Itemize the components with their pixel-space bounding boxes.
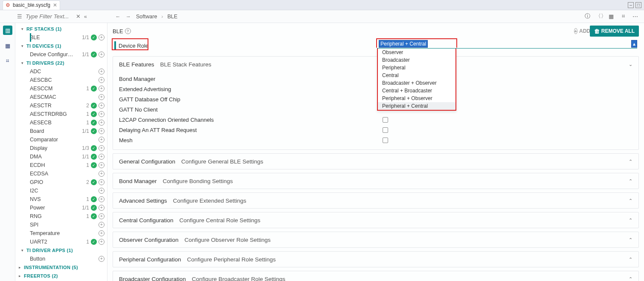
remove-all-button[interactable]: 🗑 REMOVE ALL	[590, 26, 639, 37]
add-icon[interactable]: +	[99, 86, 104, 92]
add-icon[interactable]: +	[99, 137, 104, 143]
maximize-icon[interactable]: □	[635, 2, 641, 8]
panel-header[interactable]: Peripheral Configuration Configure Perip…	[113, 252, 638, 267]
tree-category[interactable]: ▾ TI DEVICES (1)	[15, 42, 107, 50]
panel-header[interactable]: Broadcaster Configuration Configure Broa…	[113, 271, 638, 281]
tree-item[interactable]: Temperature +	[15, 229, 107, 238]
board-icon[interactable]: ▦	[607, 13, 615, 20]
tree-item[interactable]: AESCBC +	[15, 76, 107, 84]
tree-item[interactable]: Comparator +	[15, 135, 107, 144]
tree-item[interactable]: Power 1/1 ✓ +	[15, 204, 107, 212]
tree-category[interactable]: ▸ FREERTOS (2)	[15, 272, 107, 280]
panel-header[interactable]: Observer Configuration Configure Observe…	[113, 232, 638, 247]
nav-back-icon[interactable]: ←	[115, 14, 121, 20]
panel-header[interactable]: BLE Features BLE Stack Features ⌄	[113, 57, 638, 72]
checkbox[interactable]	[383, 127, 388, 133]
rail-chip-icon[interactable]: ⌗	[3, 56, 12, 66]
more-icon[interactable]: ⋯	[631, 13, 639, 20]
tree-item[interactable]: NVS 1 ✓ +	[15, 195, 107, 204]
add-icon[interactable]: +	[99, 213, 104, 219]
add-icon[interactable]: +	[99, 205, 104, 211]
tree-item[interactable]: AESCCM 1 ✓ +	[15, 84, 107, 93]
add-icon[interactable]: +	[99, 69, 104, 75]
add-icon[interactable]: +	[99, 77, 104, 83]
help-icon[interactable]: ?	[125, 28, 131, 34]
chip-icon[interactable]: ⌗	[619, 13, 627, 20]
tree-item[interactable]: AESCMAC +	[15, 93, 107, 101]
add-icon[interactable]: +	[99, 222, 104, 228]
filter-icon[interactable]: ☰	[17, 13, 22, 20]
tree-category[interactable]: ▾ TI DRIVER APPS (1)	[15, 246, 107, 255]
panel-header[interactable]: Bond Manager Configure Bonding Settings …	[113, 173, 638, 189]
checkbox[interactable]	[383, 117, 388, 123]
add-icon[interactable]: +	[99, 52, 104, 57]
add-icon[interactable]: +	[99, 145, 104, 151]
rail-layout-icon[interactable]: ▥	[3, 26, 12, 35]
tree-item[interactable]: ECDH 1 ✓ +	[15, 161, 107, 169]
tree-item[interactable]: GPIO 2 ✓ +	[15, 178, 107, 186]
dropdown-option[interactable]: Central + Broadcaster	[378, 87, 455, 95]
dropdown-option[interactable]: Peripheral + Observer	[378, 95, 455, 102]
dropdown-option[interactable]: Peripheral	[378, 64, 455, 72]
panel-header[interactable]: Advanced Settings Configure Extended Set…	[113, 193, 638, 208]
rail-table-icon[interactable]: ▦	[3, 41, 12, 50]
tree-item[interactable]: UART2 1 ✓ +	[15, 238, 107, 246]
tree-item[interactable]: ADC +	[15, 67, 107, 76]
code-icon[interactable]: 〈〉	[595, 13, 603, 20]
dropdown-option[interactable]: Central	[378, 72, 455, 79]
add-icon[interactable]: +	[99, 103, 104, 109]
tree-item[interactable]: ECDSA +	[15, 169, 107, 178]
collapse-left-icon[interactable]: «	[84, 14, 87, 20]
tree-item[interactable]: Device Configur… 1/1 ✓ +	[15, 50, 107, 59]
device-role-dropdown[interactable]: Peripheral + Central ▴ ObserverBroadcast…	[377, 39, 637, 49]
tree-item[interactable]: Display 1/3 ✓ +	[15, 144, 107, 152]
add-icon[interactable]: +	[99, 94, 104, 100]
checkbox[interactable]	[383, 138, 388, 143]
tree-item[interactable]: I2C +	[15, 186, 107, 195]
add-icon[interactable]: +	[99, 128, 104, 134]
add-icon[interactable]: +	[99, 196, 104, 202]
dropdown-option[interactable]: Broadcaster	[378, 56, 455, 64]
tree-category[interactable]: ▾ TI DRIVERS (22)	[15, 59, 107, 67]
add-icon[interactable]: +	[99, 111, 104, 117]
tree-item[interactable]: AESCTR 2 ✓ +	[15, 101, 107, 110]
add-icon[interactable]: +	[99, 34, 104, 40]
tree-category[interactable]: ▾ RF STACKS (1)	[15, 25, 107, 33]
dropdown-selected[interactable]: Peripheral + Central ▴	[377, 39, 637, 49]
breadcrumb-item[interactable]: BLE	[168, 14, 178, 20]
tree-item[interactable]: AESCTRDRBG 1 ✓ +	[15, 110, 107, 118]
dropdown-option[interactable]: Observer	[378, 49, 455, 56]
info-icon[interactable]: ⓘ	[583, 13, 591, 20]
filter-input[interactable]	[26, 13, 73, 20]
add-icon[interactable]: +	[99, 171, 104, 177]
dropdown-option[interactable]: Peripheral + Central	[378, 102, 455, 110]
add-icon[interactable]: +	[99, 188, 104, 194]
close-icon[interactable]: ✕	[53, 2, 57, 8]
check-icon: ✓	[91, 213, 97, 219]
tree-item[interactable]: Button +	[15, 255, 107, 263]
dropdown-option[interactable]: Broadcaster + Observer	[378, 79, 455, 87]
add-icon[interactable]: +	[99, 179, 104, 185]
tree-item[interactable]: DMA 1/1 ✓ +	[15, 152, 107, 161]
panel-header[interactable]: General Configuration Configure General …	[113, 154, 638, 169]
editor-tab[interactable]: ⚙ basic_ble.syscfg ✕	[3, 0, 60, 10]
breadcrumb-item[interactable]: Software	[136, 14, 157, 20]
add-icon[interactable]: +	[99, 120, 104, 126]
tree-item[interactable]: BLE 1/1 ✓ +	[15, 33, 107, 42]
add-icon[interactable]: +	[99, 162, 104, 168]
clear-icon[interactable]: ✕	[76, 13, 81, 20]
add-icon[interactable]: +	[99, 154, 104, 160]
tree-category[interactable]: ▸ INSTRUMENTATION (5)	[15, 263, 107, 272]
panel-header[interactable]: Central Configuration Configure Central …	[113, 212, 638, 228]
tree-item[interactable]: Board 1/1 ✓ +	[15, 127, 107, 135]
add-icon[interactable]: +	[99, 239, 104, 245]
add-icon[interactable]: +	[99, 256, 104, 262]
add-icon[interactable]: +	[99, 230, 104, 236]
tree[interactable]: ▾ RF STACKS (1) BLE 1/1 ✓ + ▾ TI DEVICES…	[15, 23, 107, 281]
tree-item[interactable]: SPI +	[15, 221, 107, 229]
check-icon: ✓	[91, 205, 97, 211]
minimize-icon[interactable]: –	[628, 2, 634, 8]
tree-item[interactable]: RNG 1 ✓ +	[15, 212, 107, 221]
tree-item[interactable]: AESECB 1 ✓ +	[15, 118, 107, 127]
nav-forward-icon[interactable]: →	[126, 14, 131, 20]
